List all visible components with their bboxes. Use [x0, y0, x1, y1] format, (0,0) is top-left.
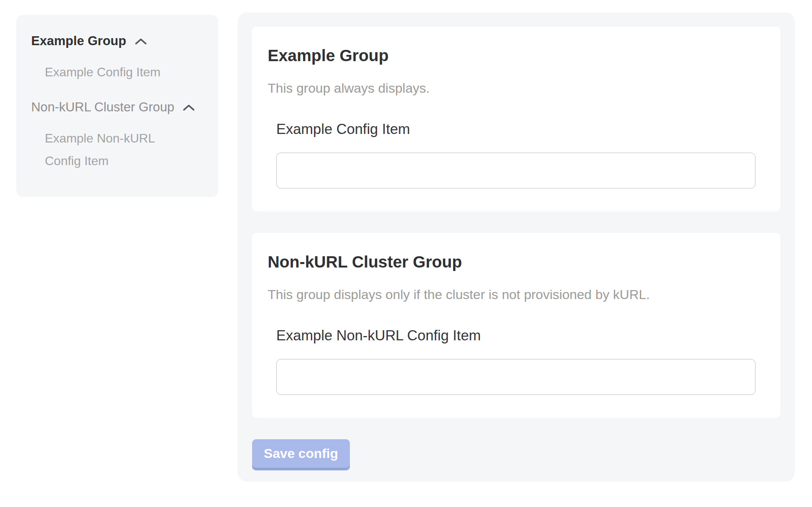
example-config-item-input[interactable] — [276, 153, 756, 188]
config-group-card-non-kurl-cluster-group: Non-kURL Cluster Group This group displa… — [252, 233, 780, 418]
example-non-kurl-config-item-input[interactable] — [276, 359, 756, 395]
config-group-card-example-group: Example Group This group always displays… — [252, 26, 780, 211]
group-description: This group displays only if the cluster … — [268, 286, 765, 303]
chevron-up-icon[interactable] — [135, 38, 147, 45]
group-title: Non-kURL Cluster Group — [268, 252, 765, 272]
sidebar-group-label: Non-kURL Cluster Group — [31, 99, 174, 115]
config-sidebar: Example Group Example Config Item Non-kU… — [16, 15, 218, 197]
chevron-up-icon[interactable] — [183, 104, 195, 111]
group-title: Example Group — [268, 46, 765, 65]
sidebar-item-example-config-item[interactable]: Example Config Item — [45, 61, 203, 83]
config-item: Example Config Item — [276, 120, 756, 188]
config-item: Example Non-kURL Config Item — [276, 326, 756, 395]
config-item-label: Example Config Item — [276, 120, 756, 139]
sidebar-item-example-non-kurl-config-item[interactable]: Example Non-kURL Config Item — [45, 127, 181, 172]
sidebar-group-toggle-non-kurl-cluster-group[interactable]: Non-kURL Cluster Group — [31, 99, 203, 115]
sidebar-group-label: Example Group — [31, 33, 126, 49]
config-item-label: Example Non-kURL Config Item — [276, 326, 756, 345]
sidebar-group-toggle-example-group[interactable]: Example Group — [31, 33, 203, 49]
config-main-panel: Example Group This group always displays… — [238, 12, 795, 482]
sidebar-group: Non-kURL Cluster Group Example Non-kURL … — [31, 99, 203, 172]
group-description: This group always displays. — [268, 79, 765, 97]
sidebar-group: Example Group Example Config Item — [31, 33, 203, 83]
config-page: Example Group Example Config Item Non-kU… — [0, 0, 812, 482]
save-config-button[interactable]: Save config — [252, 439, 350, 468]
